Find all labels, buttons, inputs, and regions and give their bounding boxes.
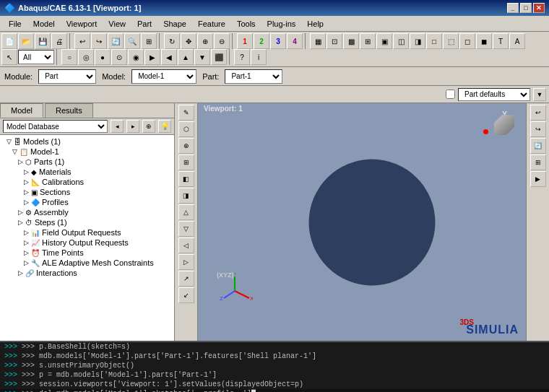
tb-pan[interactable]: ✥ <box>181 33 196 49</box>
part-combo[interactable]: Part-1 <box>225 69 282 84</box>
rt-1[interactable]: ↩ <box>530 105 546 121</box>
expand-steps[interactable]: ▷ <box>16 219 25 226</box>
tb-mesh13[interactable]: A <box>509 33 525 49</box>
tb-r9[interactable]: ▼ <box>194 49 210 65</box>
maximize-button[interactable]: □ <box>520 3 532 13</box>
tb-mesh9[interactable]: ⬚ <box>443 33 459 49</box>
tb-r5[interactable]: ◉ <box>128 49 144 65</box>
tb-r1[interactable]: ○ <box>61 49 77 65</box>
tree-profiles[interactable]: ▷ 🔷 Profiles <box>0 197 174 207</box>
tree-header-combo[interactable]: Model Database <box>3 120 108 133</box>
tb-4[interactable]: 4 <box>287 33 303 49</box>
tb-mesh8[interactable]: □ <box>426 33 442 49</box>
tb-r8[interactable]: ▲ <box>178 49 194 65</box>
expand-materials[interactable]: ▷ <box>22 168 30 175</box>
tree-btn-4[interactable]: 💡 <box>158 120 171 133</box>
expand-profiles[interactable]: ▷ <box>22 199 30 206</box>
expand-sections[interactable]: ▷ <box>22 188 30 196</box>
tree-parts[interactable]: ▷ ⬡ Parts (1) <box>0 157 174 167</box>
expand-interactions[interactable]: ▷ <box>16 269 25 276</box>
menu-viewport[interactable]: Viewport <box>61 18 103 30</box>
tb-mesh4[interactable]: ⊞ <box>360 33 376 49</box>
expand-model1[interactable]: ▽ <box>10 148 19 155</box>
tree-sections[interactable]: ▷ ▣ Sections <box>0 187 174 197</box>
lt-3[interactable]: ⊕ <box>178 138 194 154</box>
tree-history-output[interactable]: ▷ 📈 History Output Requests <box>0 238 174 248</box>
rt-5[interactable]: ▶ <box>530 171 546 187</box>
menu-feature[interactable]: Feature <box>192 18 231 30</box>
expand-calibrations[interactable]: ▷ <box>22 178 30 186</box>
tb-mesh2[interactable]: ⊡ <box>327 33 342 49</box>
rt-4[interactable]: ⊞ <box>530 154 546 170</box>
lt-1[interactable]: ✎ <box>178 105 194 121</box>
tb-refresh[interactable]: 🔄 <box>108 33 124 49</box>
tree-ale[interactable]: ▷ 🔧 ALE Adaptive Mesh Constraints <box>0 258 174 268</box>
console-line-6[interactable]: >>> >>> del mdb.models['Model-1'].sketch… <box>0 389 549 392</box>
tb-q1[interactable]: ? <box>234 49 250 65</box>
lt-11[interactable]: ↗ <box>178 271 194 287</box>
tb-q2[interactable]: i <box>251 49 267 65</box>
tb-mesh7[interactable]: ◨ <box>410 33 425 49</box>
tree-interactions[interactable]: ▷ 🔗 Interactions <box>0 268 174 278</box>
tb-open[interactable]: 📂 <box>18 33 34 49</box>
tree-calibrations[interactable]: ▷ 📐 Calibrations <box>0 177 174 187</box>
rt-3[interactable]: 🔄 <box>530 138 546 154</box>
tb-mesh11[interactable]: ◼ <box>476 33 492 49</box>
tree-time-points[interactable]: ▷ ⏰ Time Points <box>0 248 174 258</box>
menu-part[interactable]: Part <box>131 18 157 30</box>
expand-assembly[interactable]: ▷ <box>16 209 25 216</box>
menu-shape[interactable]: Shape <box>157 18 192 30</box>
tb-r10[interactable]: ⬛ <box>211 49 227 65</box>
lt-10[interactable]: ▷ <box>178 254 194 270</box>
model-combo[interactable]: Model-1 <box>131 69 196 84</box>
tb-r4[interactable]: ⊙ <box>111 49 127 65</box>
tab-model[interactable]: Model <box>0 103 43 118</box>
view-cube[interactable] <box>494 115 514 135</box>
expand-time[interactable]: ▷ <box>22 249 30 256</box>
tab-results[interactable]: Results <box>45 103 93 118</box>
tb-redo[interactable]: ↪ <box>91 33 107 49</box>
lt-2[interactable]: ⬡ <box>178 121 194 137</box>
lt-9[interactable]: ◁ <box>178 238 194 253</box>
tb-mesh3[interactable]: ▩ <box>343 33 359 49</box>
expand-ale[interactable]: ▷ <box>22 259 30 266</box>
tree-field-output[interactable]: ▷ 📊 Field Output Requests <box>0 227 174 238</box>
tb-r6[interactable]: ▶ <box>144 49 160 65</box>
module-combo[interactable]: Part <box>38 69 96 84</box>
lt-5[interactable]: ◧ <box>178 171 194 187</box>
tb-mesh10[interactable]: ◻ <box>459 33 475 49</box>
tb-mesh5[interactable]: ▣ <box>376 33 392 49</box>
tb-rotate[interactable]: ↻ <box>164 33 180 49</box>
tb-save[interactable]: 💾 <box>35 33 51 49</box>
tree-btn-2[interactable]: ▸ <box>126 120 139 133</box>
tree-materials[interactable]: ▷ ◆ Materials <box>0 167 174 177</box>
viewport[interactable]: Viewport: 1 Y X Y Z (XYZ) 3DS SIMULIA <box>198 103 526 341</box>
tb-zoomin[interactable]: ⊕ <box>197 33 213 49</box>
expand-field[interactable]: ▷ <box>22 229 30 236</box>
expand-models[interactable]: ▽ <box>4 138 13 145</box>
lt-4[interactable]: ⊞ <box>178 154 194 170</box>
tb-mesh12[interactable]: T <box>493 33 509 49</box>
menu-tools[interactable]: Tools <box>231 18 261 30</box>
tb-3[interactable]: 3 <box>270 33 286 49</box>
tb-r7[interactable]: ◀ <box>161 49 177 65</box>
rt-2[interactable]: ↪ <box>530 121 546 137</box>
tree-models[interactable]: ▽ 🗄 Models (1) <box>0 136 174 147</box>
expand-history[interactable]: ▷ <box>22 239 30 246</box>
lt-7[interactable]: △ <box>178 204 194 220</box>
tb-mesh1[interactable]: ▦ <box>310 33 326 49</box>
tb-mesh6[interactable]: ◫ <box>393 33 409 49</box>
part-defaults-checkbox[interactable] <box>446 90 455 99</box>
tree-btn-3[interactable]: ⊕ <box>142 120 155 133</box>
lt-6[interactable]: ◨ <box>178 188 194 204</box>
tree-btn-1[interactable]: ◂ <box>111 120 124 133</box>
tb-print[interactable]: 🖨 <box>51 33 67 49</box>
menu-model[interactable]: Model <box>27 18 61 30</box>
menu-plugins[interactable]: Plug-ins <box>261 18 302 30</box>
tb-zoom[interactable]: 🔍 <box>124 33 140 49</box>
part-defaults-btn[interactable]: ▼ <box>533 88 546 101</box>
menu-help[interactable]: Help <box>301 18 329 30</box>
tb-zoomout[interactable]: ⊖ <box>214 33 230 49</box>
close-button[interactable]: ✕ <box>533 3 545 13</box>
tb-2[interactable]: 2 <box>254 33 269 49</box>
